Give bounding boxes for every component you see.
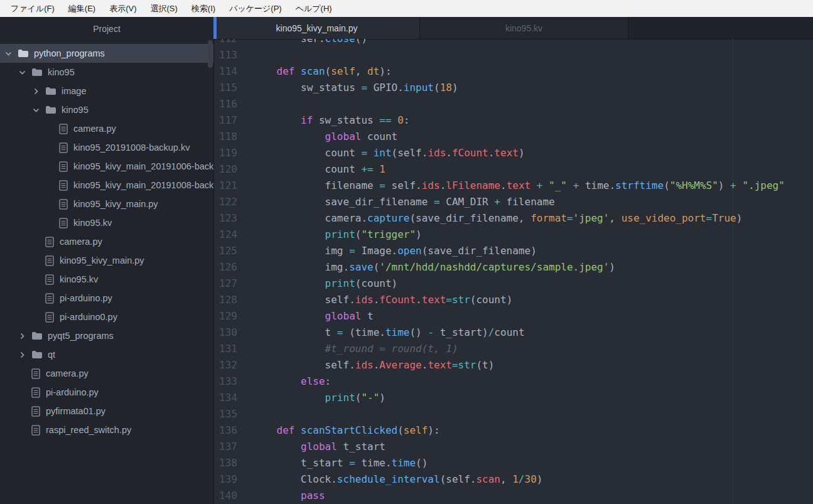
menu-item[interactable]: 選択(S)	[144, 0, 185, 17]
file-icon	[45, 255, 54, 266]
code-line[interactable]: 125 img = Image.open(save_dir_filename)	[214, 243, 813, 259]
code-line-text: save_dir_filename = CAM_DIR + filename	[252, 194, 555, 210]
line-number: 119	[214, 145, 237, 161]
tree-item-label: pyqt5_programs	[48, 331, 114, 341]
line-number: 136	[214, 422, 237, 439]
code-line[interactable]: 140 pass	[214, 488, 813, 504]
code-line-text: print("-")	[252, 390, 385, 406]
code-line[interactable]: 129 global t	[214, 308, 813, 324]
file-icon	[59, 199, 68, 210]
tree-row[interactable]: kino95_kivy_main_20191008-back	[0, 176, 213, 195]
code-line[interactable]: 118 global count	[214, 129, 813, 145]
tree-row[interactable]: kino95	[0, 63, 213, 82]
code-line[interactable]: 133 else:	[214, 373, 813, 390]
tree-row[interactable]: camera.py	[0, 119, 213, 138]
tree-item-label: kino95_kivy_main.py	[73, 199, 158, 209]
code-line[interactable]: 120 count += 1	[214, 161, 813, 178]
tab-strip: kino95_kivy_main.pykino95.kv	[214, 17, 813, 40]
code-line[interactable]: 139 Clock.schedule_interval(self.scan, 1…	[214, 471, 813, 488]
chevron-right-icon[interactable]	[19, 333, 31, 340]
code-line-text: count += 1	[252, 161, 385, 178]
line-number: 132	[214, 357, 237, 373]
code-line[interactable]: 127 print(count)	[214, 276, 813, 292]
code-line-text: camera.capture(save_dir_filename, format…	[252, 210, 742, 227]
code-line[interactable]: 131 #t_round = round(t, 1)	[214, 341, 813, 357]
chevron-down-icon[interactable]	[33, 107, 45, 114]
tree-row[interactable]: pi-arduino0.py	[0, 308, 213, 326]
line-number: 125	[214, 243, 237, 259]
code-line[interactable]: 124 print("trigger")	[214, 227, 813, 243]
folder-icon	[45, 87, 56, 95]
chevron-down-icon[interactable]	[19, 69, 31, 76]
chevron-down-icon[interactable]	[5, 50, 18, 57]
code-line[interactable]: 122 save_dir_filename = CAM_DIR + filena…	[214, 194, 813, 210]
code-line[interactable]: 130 t = (time.time() - t_start)/count	[214, 324, 813, 341]
code-line[interactable]: 112 ser.close()	[214, 39, 813, 47]
tree-row[interactable]: qt	[0, 345, 213, 364]
code-line[interactable]: 123 camera.capture(save_dir_filename, fo…	[214, 210, 813, 227]
editor-pane: kino95_kivy_main.pykino95.kv 112 ser.clo…	[213, 17, 813, 504]
code-editor[interactable]: 112 ser.close()113114 def scan(self, dt)…	[214, 39, 813, 504]
code-line[interactable]: 119 count = int(self.ids.fCount.text)	[214, 145, 813, 161]
tree-scrollbar-thumb[interactable]	[208, 40, 213, 68]
tree-row[interactable]: kino95	[0, 100, 213, 119]
editor-tab[interactable]: kino95.kv	[420, 17, 628, 39]
tree-item-label: pi-arduino.py	[46, 387, 99, 397]
tree-row[interactable]: pi-arduino.py	[0, 289, 213, 308]
tree-row[interactable]: camera.py	[0, 364, 213, 383]
tree-row[interactable]: kino95.kv	[0, 270, 213, 289]
tree-row[interactable]: pyqt5_programs	[0, 326, 213, 345]
code-line-text: sw_status = GPIO.input(18)	[252, 80, 458, 96]
tree-row[interactable]: camera.py	[0, 232, 213, 251]
menu-item[interactable]: ヘルプ(H)	[289, 0, 339, 17]
tree-row[interactable]: kino95_kivy_main.py	[0, 251, 213, 270]
menu-item[interactable]: 表示(V)	[102, 0, 143, 17]
editor-tab[interactable]: kino95_kivy_main.py	[214, 17, 420, 39]
tree-row[interactable]: python_programs	[0, 44, 213, 63]
tree-item-label: camera.py	[73, 124, 116, 134]
line-number: 131	[214, 341, 237, 357]
code-line-text: filename = self.ids.lFilename.text + "_"…	[252, 178, 785, 194]
line-number: 117	[214, 112, 237, 129]
file-icon	[59, 124, 68, 134]
menu-item[interactable]: 検索(I)	[185, 0, 222, 17]
code-line[interactable]: 126 img.save('/mnt/hdd/nashdd/captures/s…	[214, 259, 813, 276]
chevron-right-icon[interactable]	[33, 88, 45, 95]
code-line-text: self.ids.Average.text=str(t)	[252, 357, 494, 373]
code-line[interactable]: 128 self.ids.fCount.text=str(count)	[214, 292, 813, 308]
tree-row[interactable]: pyfirmata01.py	[0, 402, 213, 421]
code-line[interactable]: 116	[214, 96, 813, 112]
tree-row[interactable]: kino95.kv	[0, 213, 213, 232]
tree-item-label: kino95	[62, 105, 89, 115]
chevron-right-icon[interactable]	[19, 351, 31, 358]
line-number: 114	[214, 63, 237, 80]
code-line[interactable]: 113	[214, 47, 813, 63]
tree-item-label: kino95_kivy_main.py	[60, 255, 144, 265]
code-line[interactable]: 137 global t_start	[214, 439, 813, 455]
code-line[interactable]: 132 self.ids.Average.text=str(t)	[214, 357, 813, 373]
tree-row[interactable]: kino95_20191008-backup.kv	[0, 138, 213, 157]
file-icon	[45, 293, 54, 304]
menu-item[interactable]: ファイル(F)	[4, 0, 62, 17]
menu-item[interactable]: 編集(E)	[62, 0, 102, 17]
code-line[interactable]: 138 t_start = time.time()	[214, 455, 813, 471]
tree-row[interactable]: raspi_reed_switch.py	[0, 421, 213, 439]
tree-row[interactable]: image	[0, 82, 213, 100]
code-line[interactable]: 117 if sw_status == 0:	[214, 112, 813, 129]
code-line[interactable]: 135	[214, 406, 813, 422]
tree-row[interactable]: kino95_kivy_main.py	[0, 195, 213, 213]
tree-item-label: kino95_kivy_main_20191008-back	[73, 180, 213, 190]
code-line[interactable]: 121 filename = self.ids.lFilename.text +…	[214, 178, 813, 194]
code-line-text: global t	[252, 308, 374, 324]
code-line[interactable]: 114 def scan(self, dt):	[214, 63, 813, 80]
line-number: 129	[214, 308, 237, 324]
tree-row[interactable]: kino95_kivy_main_20191006-back	[0, 157, 213, 176]
menu-item[interactable]: パッケージ(P)	[222, 0, 289, 17]
code-line[interactable]: 136 def scanStartClicked(self):	[214, 422, 813, 439]
tree-row[interactable]: pi-arduino.py	[0, 383, 213, 402]
code-line-text: img = Image.open(save_dir_filename)	[252, 243, 537, 259]
code-line[interactable]: 134 print("-")	[214, 390, 813, 406]
project-panel-title: Project	[0, 17, 213, 40]
line-number: 135	[214, 406, 237, 422]
code-line[interactable]: 115 sw_status = GPIO.input(18)	[214, 80, 813, 96]
